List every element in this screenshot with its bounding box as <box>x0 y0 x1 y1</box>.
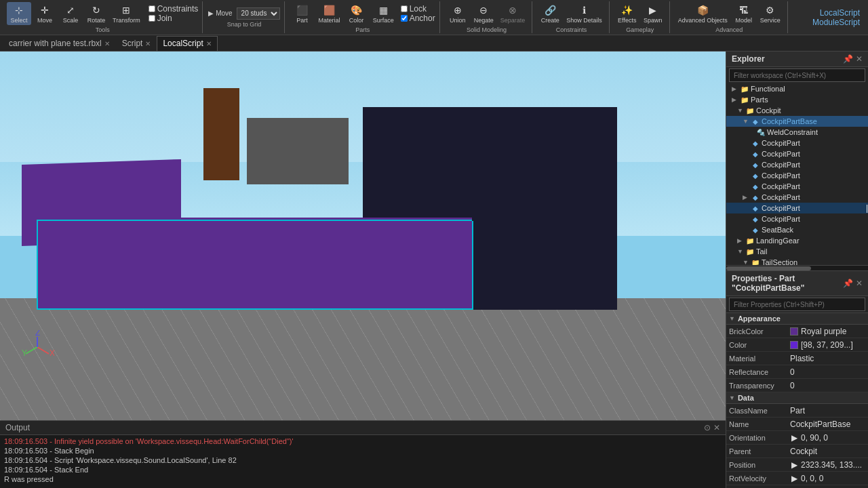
surface-label: Surface <box>373 17 394 24</box>
model-button[interactable]: 🏗 Model <box>732 2 756 25</box>
explorer-filter <box>726 67 868 83</box>
rotate-button[interactable]: ↻ Rotate <box>84 2 108 25</box>
transform-button[interactable]: ⊞ Transform <box>110 2 143 25</box>
constraints-group-label: Constraints <box>556 26 587 33</box>
snap-value-select[interactable]: 1 stud 5 studs 10 studs 20 studs <box>237 7 280 20</box>
select-icon: ⊹ <box>12 3 26 17</box>
tab-script[interactable]: Script ✕ <box>116 36 157 51</box>
tab-localscript-close[interactable]: ✕ <box>206 40 212 47</box>
scene-floor <box>0 298 726 420</box>
tree-item-cockpitpartbase[interactable]: ▼ ◆ CockpitPartBase <box>726 116 868 127</box>
prop-name-value[interactable]: CockpitPartBase <box>790 420 865 429</box>
transparency-text: 0 <box>790 381 795 390</box>
tree-item-landinggear[interactable]: ▶ 📁 LandingGear <box>726 235 868 246</box>
prop-material: Material Plastic <box>726 352 868 365</box>
prop-color-value[interactable]: [98, 37, 209...] <box>790 340 865 350</box>
color-button[interactable]: 🎨 Color <box>344 2 369 25</box>
toolbar-group-solid: ⊕ Union ⊖ Negate ⊗ Separate Solid Modeli… <box>441 1 533 33</box>
material-button[interactable]: 🟫 Material <box>316 2 343 25</box>
lock-check[interactable]: Lock <box>401 4 435 14</box>
tree-label-cockpit: Cockpit <box>756 106 781 115</box>
tree-item-cockpitpart3[interactable]: ◆ CockpitPart <box>726 159 868 170</box>
advanced-objects-button[interactable]: 📦 Advanced Objects <box>675 2 730 25</box>
viewport[interactable]: X Y Z <box>0 52 726 420</box>
scene-teal-strip-top <box>37 220 472 221</box>
service-button[interactable]: ⚙ Service <box>757 2 783 25</box>
appearance-arrow: ▼ <box>729 315 735 322</box>
tree-label-cp5: CockpitPart <box>762 182 800 190</box>
orientation-expand[interactable]: ▶ <box>790 434 798 442</box>
negate-label: Negate <box>474 17 494 24</box>
anchor-check[interactable]: Anchor <box>401 14 435 23</box>
tree-arrow-cockpitpartbase: ▼ <box>743 118 751 125</box>
data-header[interactable]: ▼ Data <box>726 392 868 404</box>
explorer-pin-button[interactable]: 📌 <box>843 54 853 64</box>
classname-text: Part <box>790 406 805 415</box>
solid-row: ⊕ Union ⊖ Negate ⊗ Separate <box>446 2 528 25</box>
output-close-button[interactable]: ✕ <box>713 423 720 432</box>
tree-item-cockpitpart4[interactable]: ◆ CockpitPart <box>726 170 868 181</box>
explorer-scrollbar[interactable] <box>726 265 868 270</box>
tree-item-cockpitpart2[interactable]: ◆ CockpitPart <box>726 148 868 159</box>
tree-item-tailsection1[interactable]: ▼ 📁 TailSection <box>726 257 868 265</box>
tree-item-weldconstraint[interactable]: 🔩 WeldConstraint <box>726 127 868 138</box>
appearance-header[interactable]: ▼ Appearance <box>726 313 868 325</box>
tree-icon-seatback: ◆ <box>751 225 760 235</box>
constraints-check[interactable]: Constraints <box>149 4 199 14</box>
properties-pin-button[interactable]: 📌 <box>843 279 853 288</box>
union-button[interactable]: ⊕ Union <box>446 2 470 25</box>
tree-item-cockpitpart7[interactable]: ◆ CockpitPart | <box>726 203 868 214</box>
prop-orientation-value[interactable]: ▶ 0, 90, 0 <box>790 433 865 443</box>
move-button[interactable]: ✛ Move <box>33 2 57 25</box>
spawn-button[interactable]: ▶ Spawn <box>641 2 665 25</box>
negate-button[interactable]: ⊖ Negate <box>471 2 496 25</box>
prop-transparency-value[interactable]: 0 <box>790 381 865 390</box>
output-line-4: 18:09:16.504 - Stack End <box>4 465 722 474</box>
tree-item-cockpitpart1[interactable]: ◆ CockpitPart <box>726 138 868 148</box>
part-button[interactable]: ⬛ Part <box>290 2 315 25</box>
prop-position-value[interactable]: ▶ 2323.345, 133.... <box>790 460 865 470</box>
tree-item-cockpit[interactable]: ▼ 📁 Cockpit <box>726 105 868 116</box>
join-check[interactable]: Join <box>149 14 199 23</box>
tree-item-seatback[interactable]: ◆ SeatBack <box>726 224 868 235</box>
tree-item-cockpitpart5[interactable]: ◆ CockpitPart <box>726 181 868 192</box>
tab-carrier[interactable]: carrier with plane test.rbxl ✕ <box>3 36 116 51</box>
constraints-checkbox[interactable] <box>149 5 155 12</box>
tab-localscript-label: LocalScript <box>163 39 203 48</box>
tree-item-parts[interactable]: ▶ 📁 Parts <box>726 94 868 105</box>
join-checkbox[interactable] <box>149 15 155 22</box>
effects-button[interactable]: ✨ Effects <box>615 2 639 25</box>
tree-label-cockpitpartbase: CockpitPartBase <box>762 117 817 125</box>
gameplay-row: ✨ Effects ▶ Spawn <box>615 2 665 25</box>
tree-item-functional[interactable]: ▶ 📁 Functional <box>726 83 868 94</box>
tab-script-close[interactable]: ✕ <box>145 40 151 47</box>
tree-item-cockpitpart8[interactable]: ◆ CockpitPart <box>726 214 868 224</box>
properties-filter-input[interactable] <box>729 298 865 311</box>
tab-carrier-close[interactable]: ✕ <box>104 40 110 47</box>
tree-item-tail[interactable]: ▼ 📁 Tail <box>726 246 868 257</box>
toolbar-group-snap: ▶ Move 1 stud 5 studs 10 studs 20 studs … <box>204 1 284 33</box>
left-panel: X Y Z Output ⊙ ✕ 18:09:16.503 - Infinite… <box>0 52 726 488</box>
surface-button[interactable]: ▦ Surface <box>370 2 397 25</box>
output-clear-button[interactable]: ⊙ <box>704 423 711 432</box>
create-button[interactable]: 🔗 Create <box>538 2 562 25</box>
explorer-close-button[interactable]: ✕ <box>856 54 863 64</box>
lock-checkbox[interactable] <box>401 5 408 12</box>
anchor-checkbox[interactable] <box>401 15 408 22</box>
tab-localscript[interactable]: LocalScript ✕ <box>157 36 217 51</box>
rotvelocity-expand[interactable]: ▶ <box>790 474 798 483</box>
separate-button[interactable]: ⊗ Separate <box>498 2 528 25</box>
prop-brickcolor-value[interactable]: Royal purple <box>790 327 865 336</box>
show-details-button[interactable]: ℹ Show Details <box>564 2 605 25</box>
explorer-filter-input[interactable] <box>729 68 865 82</box>
prop-rotvelocity-value[interactable]: ▶ 0, 0, 0 <box>790 474 865 483</box>
prop-reflectance-value[interactable]: 0 <box>790 367 865 377</box>
properties-close-button[interactable]: ✕ <box>856 279 863 288</box>
select-button[interactable]: ⊹ Select <box>7 2 31 25</box>
scale-button[interactable]: ⤢ Scale <box>58 2 83 25</box>
prop-material-value[interactable]: Plastic <box>790 354 865 363</box>
position-expand[interactable]: ▶ <box>790 461 798 469</box>
tree-item-cockpitpart6[interactable]: ▶ ◆ CockpitPart <box>726 192 868 203</box>
prop-parent-value[interactable]: Cockpit <box>790 447 865 456</box>
snap-group-label: Snap to Grid <box>227 21 262 28</box>
